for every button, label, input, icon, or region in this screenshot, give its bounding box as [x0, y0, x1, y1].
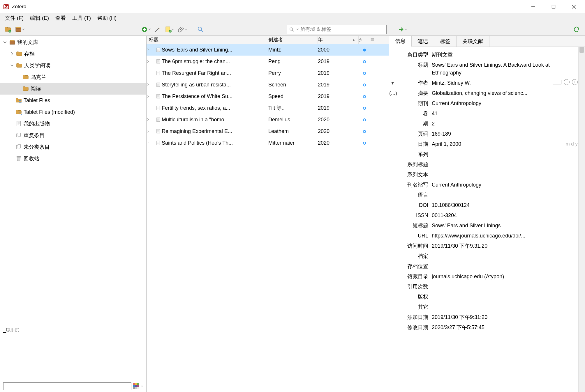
field-pages[interactable]: 页码169-189	[389, 129, 580, 139]
item-row[interactable]: Multiculturalism in a "homo...Demelius20…	[147, 114, 389, 125]
expand-toggle[interactable]	[147, 48, 155, 51]
expand-toggle[interactable]	[147, 60, 155, 63]
field-date-modified[interactable]: 修改日期2020/3/27 下午5:57:45	[389, 322, 580, 333]
column-creator[interactable]: 创建者	[268, 36, 318, 44]
search-input[interactable]	[300, 26, 385, 32]
field-abstract[interactable]: (...)摘要Globalization, changing views of …	[389, 88, 580, 98]
collection-reading[interactable]: 阅读	[0, 83, 146, 95]
item-row[interactable]: Storytelling as urban resista...Scheen20…	[147, 79, 389, 91]
twisty-open-icon[interactable]	[3, 40, 7, 44]
item-row[interactable]: Sows' Ears and Silver Lining...Mintz2000	[147, 44, 389, 56]
expand-toggle[interactable]	[147, 107, 155, 109]
field-title[interactable]: 标题Sows' Ears and Silver Linings: A Backw…	[389, 60, 580, 78]
new-collection-button[interactable]	[4, 25, 12, 33]
item-row[interactable]: Reimagining Experimental E...Leathem2020	[147, 125, 389, 137]
menu-help[interactable]: 帮助 (H)	[95, 13, 119, 23]
expand-toggle[interactable]	[147, 72, 155, 75]
collections-tree[interactable]: 我的文库 存档 人类学阅读 乌克兰 阅读	[0, 36, 146, 325]
field-language[interactable]: 语言	[389, 190, 580, 200]
new-item-button[interactable]	[140, 25, 151, 33]
item-row[interactable]: The 6pm struggle: the chan...Peng2019	[147, 56, 389, 67]
field-volume[interactable]: 卷41	[389, 109, 580, 119]
trash[interactable]: 回收站	[0, 153, 146, 164]
item-row[interactable]: The Persistence of White Su...Speed2019	[147, 91, 389, 102]
tab-related[interactable]: 关联文献	[457, 36, 489, 47]
maximize-button[interactable]	[543, 0, 564, 13]
tag-filter-input[interactable]	[3, 382, 131, 390]
field-issn[interactable]: ISSN0011-3204	[389, 210, 580, 221]
field-author[interactable]: ▾ 作者 Mintz, Sidney W. − +	[389, 78, 580, 88]
menu-tools[interactable]: 工具 (T)	[70, 13, 93, 23]
minimize-button[interactable]	[523, 0, 543, 13]
field-doi[interactable]: DOI10.1086/300124	[389, 200, 580, 210]
field-date[interactable]: 日期April 1, 2000m d y	[389, 139, 580, 149]
twisty-icon[interactable]: ▾	[389, 79, 395, 87]
duplicate-items[interactable]: 重复条目	[0, 130, 146, 141]
field-item-type[interactable]: 条目类型期刊文章	[389, 50, 580, 60]
field-archive[interactable]: 档案	[389, 251, 580, 261]
add-by-id-button[interactable]	[154, 25, 162, 33]
field-rights[interactable]: 版权	[389, 292, 580, 302]
tab-notes[interactable]: 笔记	[412, 36, 434, 47]
tag-list[interactable]: _tablet	[3, 327, 143, 381]
menu-edit[interactable]: 编辑 (E)	[28, 13, 51, 23]
unfiled-items[interactable]: 未分类条目	[0, 141, 146, 153]
sync-button[interactable]	[572, 25, 581, 33]
field-short-title[interactable]: 短标题Sows' Ears and Silver Linings	[389, 221, 580, 231]
close-button[interactable]	[564, 0, 584, 13]
add-creator-button[interactable]: +	[572, 79, 578, 85]
menu-view[interactable]: 查看	[53, 13, 68, 23]
attach-button[interactable]	[177, 25, 188, 33]
chevron-down-icon[interactable]	[296, 28, 299, 31]
collection-tablet-files-mod[interactable]: Tablet Files (modified)	[0, 106, 146, 118]
tab-info[interactable]: 信息	[389, 36, 412, 47]
field-series-title[interactable]: 系列标题	[389, 159, 580, 170]
field-journal-abbr[interactable]: 刊名缩写Current Anthropology	[389, 180, 580, 190]
expand-toggle[interactable]	[147, 130, 155, 133]
field-citations[interactable]: 引用次数	[389, 282, 580, 292]
collection-archive[interactable]: 存档	[0, 48, 146, 60]
my-publications[interactable]: 我的出版物	[0, 118, 146, 130]
twisty-open-icon[interactable]	[10, 64, 14, 67]
field-loc[interactable]: 存档位置	[389, 261, 580, 272]
items-list[interactable]: Sows' Ears and Silver Lining...Mintz2000…	[147, 44, 389, 392]
scrollbar[interactable]	[578, 47, 585, 392]
new-library-button[interactable]	[14, 25, 25, 33]
expand-toggle[interactable]	[147, 118, 155, 121]
column-title[interactable]: 标题	[147, 36, 268, 44]
expand-toggle[interactable]	[147, 95, 155, 98]
collection-anthro-reading[interactable]: 人类学阅读	[0, 60, 146, 71]
item-row[interactable]: Saints and Politics (Heo's Th...Mitterma…	[147, 137, 389, 149]
tag-item[interactable]: _tablet	[3, 327, 19, 333]
collection-ukraine[interactable]: 乌克兰	[0, 71, 146, 83]
column-picker[interactable]	[370, 36, 380, 44]
field-accessed[interactable]: 访问时间2019/11/30 下午9:31:20	[389, 241, 580, 251]
item-row[interactable]: The Resurgent Far Right an...Perry2019	[147, 67, 389, 79]
menu-file[interactable]: 文件 (F)	[3, 13, 26, 23]
field-extra[interactable]: 其它	[389, 302, 580, 312]
expand-toggle[interactable]	[147, 83, 155, 86]
tab-tags[interactable]: 标签	[434, 36, 457, 47]
field-series-text[interactable]: 系列文本	[389, 170, 580, 180]
library-my-library[interactable]: 我的文库	[0, 36, 146, 48]
column-attachment[interactable]	[359, 36, 370, 44]
field-catalog[interactable]: 馆藏目录journals.uchicago.edu (Atypon)	[389, 272, 580, 282]
advanced-search-button[interactable]	[196, 25, 205, 33]
twisty-closed-icon[interactable]	[10, 52, 14, 56]
item-row[interactable]: Fertility trends, sex ratios, a...Tilt 等…	[147, 102, 389, 114]
field-date-added[interactable]: 添加日期2019/11/30 下午9:31:20	[389, 312, 580, 322]
locate-button[interactable]	[397, 25, 408, 33]
field-publication[interactable]: 期刊Current Anthropology	[389, 98, 580, 109]
field-url[interactable]: URLhttps://www.journals.uchicago.edu/doi…	[389, 231, 580, 241]
expand-toggle[interactable]	[147, 141, 155, 144]
creator-mode-toggle[interactable]	[553, 80, 561, 84]
remove-creator-button[interactable]: −	[564, 79, 570, 85]
field-series[interactable]: 系列	[389, 149, 580, 159]
scrollbar-thumb[interactable]	[579, 47, 584, 53]
column-year[interactable]: 年▲	[318, 36, 359, 44]
field-issue[interactable]: 期2	[389, 119, 580, 129]
new-note-button[interactable]	[164, 25, 175, 33]
chevron-down-icon[interactable]	[141, 385, 143, 387]
color-swatches-icon[interactable]	[133, 383, 139, 389]
collection-tablet-files[interactable]: Tablet Files	[0, 95, 146, 106]
